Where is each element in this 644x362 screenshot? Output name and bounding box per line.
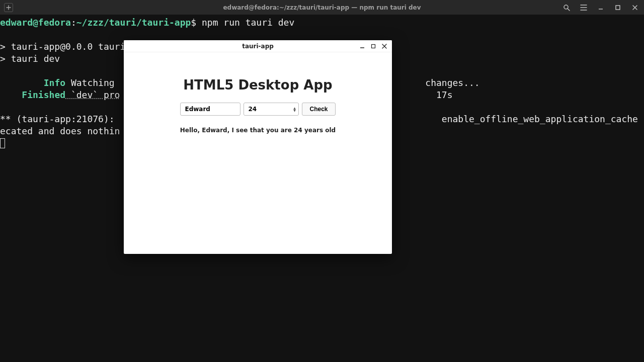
svg-rect-3 <box>616 6 620 10</box>
step-down-icon[interactable]: ▼ <box>292 109 297 112</box>
svg-line-1 <box>568 9 570 11</box>
prompt-path: ~/zzz/tauri/tauri-app <box>76 17 191 28</box>
app-window-title: tauri-app <box>242 43 274 50</box>
app-content: HTML5 Desktop App ▲ ▼ Check Hello, Edwar… <box>124 52 392 134</box>
output-line: ecated and does nothin <box>0 126 120 136</box>
name-input[interactable] <box>180 103 240 116</box>
app-titlebar: tauri-app <box>124 40 392 52</box>
hamburger-menu-icon[interactable] <box>580 4 588 12</box>
search-icon[interactable] <box>562 4 571 12</box>
app-heading: HTML5 Desktop App <box>144 77 372 93</box>
age-input[interactable] <box>244 103 299 116</box>
output-line: > tauri-app@0.0.0 tauri <box>0 41 125 52</box>
greeting-text: Hello, Edward, I see that you are 24 yea… <box>144 127 372 134</box>
app-minimize-icon[interactable] <box>359 43 366 50</box>
info-label: Info <box>44 77 65 88</box>
number-stepper[interactable]: ▲ ▼ <box>292 104 297 115</box>
terminal-titlebar: edward@fedora:~/zzz/tauri/tauri-app — np… <box>0 0 644 15</box>
close-button[interactable] <box>631 4 639 12</box>
command-text: npm run tauri dev <box>202 17 294 28</box>
output-line: ** (tauri-app:21076): <box>0 114 120 124</box>
app-close-icon[interactable] <box>381 43 388 50</box>
app-maximize-icon[interactable] <box>370 43 377 50</box>
check-button[interactable]: Check <box>302 103 335 116</box>
finished-label: Finished <box>22 89 65 100</box>
prompt-user: edward@fedora <box>0 17 71 28</box>
output-line: > tauri dev <box>0 53 60 64</box>
minimize-button[interactable] <box>597 4 605 12</box>
maximize-button[interactable] <box>614 4 622 12</box>
tauri-app-window: tauri-app HTML5 Desktop App ▲ ▼ <box>124 40 392 254</box>
svg-rect-5 <box>372 44 375 48</box>
terminal-cursor <box>0 138 5 148</box>
new-tab-button[interactable] <box>4 3 13 12</box>
form-row: ▲ ▼ Check <box>144 103 372 116</box>
terminal-title: edward@fedora:~/zzz/tauri/tauri-app — np… <box>223 4 421 11</box>
